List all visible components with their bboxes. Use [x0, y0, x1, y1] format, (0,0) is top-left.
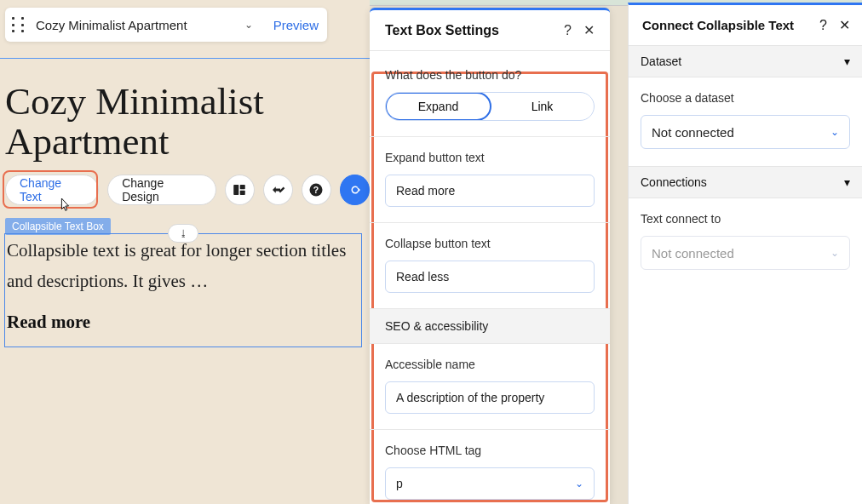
- caret-down-icon: ▾: [844, 54, 850, 68]
- preview-link[interactable]: Preview: [273, 18, 319, 32]
- layout-icon[interactable]: [225, 175, 255, 205]
- help-icon[interactable]: ?: [302, 175, 331, 205]
- text-connect-select[interactable]: Not connected ⌄: [641, 236, 850, 270]
- element-action-row: Change Text Change Design ?: [5, 175, 370, 205]
- dataset-section-body: Choose a dataset Not connected ⌄: [629, 77, 862, 166]
- heading-line2: Apartment: [5, 122, 264, 162]
- html-tag-select[interactable]: p ⌄: [385, 467, 595, 500]
- selection-guide-line: [0, 58, 370, 59]
- connect-title: Connect Collapsible Text: [642, 18, 807, 32]
- heading-line1: Cozy Minimalist: [5, 82, 264, 122]
- download-chip-icon[interactable]: ⭳: [168, 224, 198, 243]
- collapse-text-label: Collapse button text: [385, 237, 595, 250]
- button-does-label: What does the button do?: [385, 68, 595, 82]
- chevron-down-icon: ⌄: [830, 126, 839, 138]
- section-collapse-text: Collapse button text Read less: [370, 223, 610, 309]
- section-html-tag: Choose HTML tag p ⌄: [370, 430, 610, 504]
- page-heading[interactable]: Cozy Minimalist Apartment: [5, 82, 264, 163]
- connect-header: Connect Collapsible Text ? ✕: [629, 5, 862, 45]
- canvas-area: Cozy Minimalist Apartment ⌄ Preview Cozy…: [0, 0, 370, 504]
- connect-data-icon[interactable]: [340, 175, 370, 205]
- settings-title: Text Box Settings: [385, 23, 552, 38]
- connections-section-header[interactable]: Connections ▾: [629, 166, 862, 198]
- caret-down-icon: ▾: [844, 175, 850, 189]
- collapsible-text-box[interactable]: ⭳ Collapsible text is great for longer s…: [4, 233, 362, 347]
- page-name[interactable]: Cozy Minimalist Apartment: [36, 18, 238, 32]
- section-button-behavior: What does the button do? Expand Link: [370, 54, 610, 137]
- change-text-button[interactable]: Change Text: [5, 175, 99, 205]
- chevron-down-icon: ⌄: [575, 478, 583, 490]
- choose-dataset-label: Choose a dataset: [641, 91, 850, 105]
- read-more-link[interactable]: Read more: [5, 312, 361, 333]
- help-icon[interactable]: ?: [819, 18, 827, 33]
- accessible-name-input[interactable]: A description of the property: [385, 381, 595, 414]
- accessible-name-label: Accessible name: [385, 358, 595, 371]
- svg-rect-1: [240, 185, 245, 189]
- collapsible-body-text: Collapsible text is great for longer sec…: [5, 234, 361, 296]
- behavior-segmented: Expand Link: [385, 92, 595, 121]
- connect-panel: Connect Collapsible Text ? ✕ Dataset ▾ C…: [628, 3, 862, 504]
- expand-text-label: Expand button text: [385, 151, 595, 164]
- expand-text-input[interactable]: Read more: [385, 175, 595, 207]
- html-tag-label: Choose HTML tag: [385, 444, 595, 457]
- settings-header: Text Box Settings ? ✕: [370, 10, 610, 51]
- seg-link[interactable]: Link: [491, 93, 594, 120]
- choose-dataset-value: Not connected: [652, 125, 734, 140]
- svg-rect-2: [240, 191, 245, 195]
- seg-expand[interactable]: Expand: [385, 92, 491, 121]
- page-dropdown-icon[interactable]: ⌄: [244, 19, 253, 31]
- section-accessible-name: Accessible name A description of the pro…: [370, 344, 610, 430]
- change-design-button[interactable]: Change Design: [107, 175, 216, 205]
- svg-rect-0: [234, 185, 239, 195]
- section-expand-text: Expand button text Read more: [370, 137, 610, 223]
- text-connect-label: Text connect to: [641, 212, 850, 226]
- close-icon[interactable]: ✕: [583, 22, 595, 38]
- settings-scroll: What does the button do? Expand Link Exp…: [370, 54, 610, 504]
- collapse-text-input[interactable]: Read less: [385, 261, 595, 293]
- animation-icon[interactable]: [263, 175, 293, 205]
- seo-accessibility-header: SEO & accessibility: [370, 309, 610, 344]
- dataset-header-label: Dataset: [641, 54, 681, 68]
- svg-text:?: ?: [313, 185, 319, 195]
- html-tag-value: p: [396, 477, 403, 490]
- help-icon[interactable]: ?: [564, 23, 572, 38]
- text-connect-value: Not connected: [652, 246, 734, 261]
- text-box-settings-panel: Text Box Settings ? ✕ What does the butt…: [370, 8, 610, 504]
- chevron-down-icon: ⌄: [830, 247, 839, 259]
- connections-header-label: Connections: [641, 175, 707, 189]
- connections-section-body: Text connect to Not connected ⌄: [629, 198, 862, 287]
- dataset-section-header[interactable]: Dataset ▾: [629, 45, 862, 77]
- drag-grip-icon[interactable]: [12, 17, 24, 32]
- close-icon[interactable]: ✕: [839, 17, 850, 33]
- element-type-badge: Collapsible Text Box: [5, 218, 111, 235]
- page-toolbar: Cozy Minimalist Apartment ⌄ Preview: [5, 8, 327, 42]
- choose-dataset-select[interactable]: Not connected ⌄: [641, 115, 850, 149]
